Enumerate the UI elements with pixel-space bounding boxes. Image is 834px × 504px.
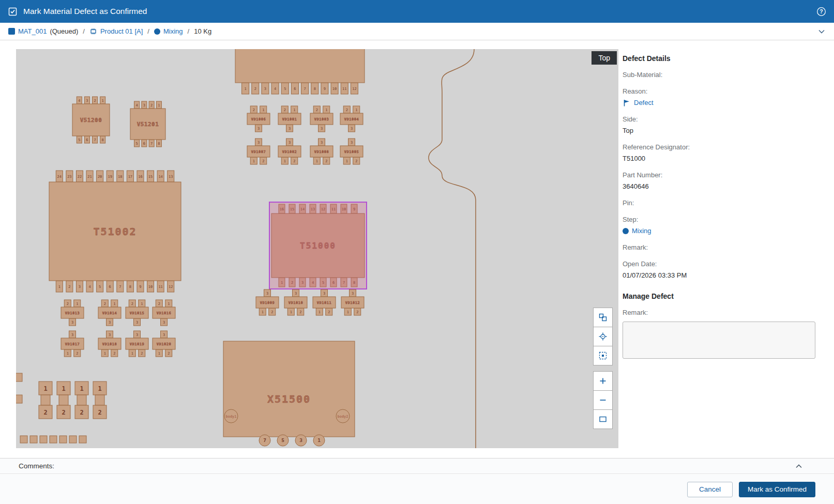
svg-text:3: 3 bbox=[299, 437, 302, 443]
center-defect-button[interactable] bbox=[593, 327, 613, 346]
svg-text:1: 1 bbox=[253, 159, 255, 163]
help-icon: ? bbox=[816, 7, 826, 17]
svg-text:1: 1 bbox=[158, 103, 160, 108]
collapse-header-button[interactable] bbox=[817, 27, 826, 36]
mark-defect-dialog: Mark Material Defect as Confirmed ? MAT_… bbox=[0, 0, 834, 504]
svg-text:1: 1 bbox=[80, 385, 83, 392]
svg-text:2: 2 bbox=[141, 352, 143, 356]
svg-text:11: 11 bbox=[158, 285, 162, 289]
fit-view-button[interactable] bbox=[593, 409, 613, 429]
flag-icon bbox=[623, 99, 631, 107]
reason-link[interactable]: Defect bbox=[634, 99, 654, 107]
svg-text:7: 7 bbox=[304, 87, 306, 91]
svg-text:2: 2 bbox=[104, 302, 106, 306]
svg-text:VD1014: VD1014 bbox=[102, 311, 117, 315]
svg-text:VD1013: VD1013 bbox=[65, 311, 80, 315]
product-link[interactable]: Product 01 [A] bbox=[100, 27, 143, 35]
svg-text:1: 1 bbox=[316, 159, 318, 163]
svg-text:12: 12 bbox=[352, 87, 356, 91]
material-link[interactable]: MAT_001 bbox=[18, 27, 47, 35]
svg-text:6: 6 bbox=[109, 285, 111, 289]
manage-remark-label: Remark: bbox=[623, 309, 815, 317]
select-area-button[interactable] bbox=[593, 346, 613, 365]
remark-label: Remark: bbox=[623, 243, 815, 252]
part-number-value: 3640646 bbox=[623, 182, 815, 191]
cancel-button[interactable]: Cancel bbox=[687, 482, 733, 497]
svg-text:VD1009: VD1009 bbox=[260, 301, 275, 305]
minus-icon bbox=[598, 395, 608, 405]
material-icon bbox=[8, 28, 15, 35]
side-value: Top bbox=[623, 127, 815, 135]
side-label: Side: bbox=[623, 115, 815, 124]
zoom-out-button[interactable] bbox=[593, 390, 613, 410]
svg-text:3: 3 bbox=[71, 320, 73, 325]
svg-text:23: 23 bbox=[67, 175, 71, 179]
manage-remark-input[interactable] bbox=[623, 322, 815, 359]
svg-text:VD1002: VD1002 bbox=[282, 150, 297, 154]
fit-component-button[interactable] bbox=[593, 308, 613, 327]
svg-text:VD1017: VD1017 bbox=[65, 342, 80, 346]
svg-text:8: 8 bbox=[129, 285, 131, 289]
svg-text:4: 4 bbox=[135, 103, 138, 108]
svg-text:1: 1 bbox=[141, 302, 143, 306]
svg-text:1: 1 bbox=[98, 385, 101, 392]
svg-text:3: 3 bbox=[323, 292, 325, 296]
svg-text:17: 17 bbox=[128, 175, 132, 179]
svg-text:2: 2 bbox=[43, 409, 47, 416]
zoom-in-button[interactable] bbox=[593, 371, 613, 391]
breadcrumb-separator: / bbox=[188, 27, 190, 35]
svg-text:1: 1 bbox=[284, 159, 286, 163]
svg-text:X51500: X51500 bbox=[267, 393, 311, 405]
svg-text:4: 4 bbox=[88, 285, 90, 289]
step-value-row: Mixing bbox=[623, 227, 815, 235]
svg-text:9: 9 bbox=[139, 285, 141, 289]
svg-text:VD1020: VD1020 bbox=[157, 342, 171, 346]
svg-text:3: 3 bbox=[86, 99, 88, 103]
mark-as-confirmed-button[interactable]: Mark as Confirmed bbox=[739, 482, 815, 497]
svg-text:T51002: T51002 bbox=[93, 225, 137, 238]
svg-text:8: 8 bbox=[314, 87, 316, 91]
svg-text:1: 1 bbox=[76, 302, 78, 306]
svg-text:3: 3 bbox=[295, 292, 297, 296]
svg-text:18: 18 bbox=[118, 175, 122, 179]
open-date-label: Open Date: bbox=[623, 260, 815, 268]
svg-text:15: 15 bbox=[148, 175, 153, 179]
svg-text:2: 2 bbox=[67, 302, 69, 306]
pcb-canvas[interactable]: 12345678910111243215678V5120043215678V51… bbox=[16, 49, 618, 448]
svg-text:5: 5 bbox=[135, 142, 138, 146]
svg-text:VD1003: VD1003 bbox=[314, 117, 329, 121]
breadcrumb-product: Product 01 [A] bbox=[89, 27, 143, 35]
comments-collapse-button[interactable] bbox=[795, 462, 803, 470]
svg-text:1: 1 bbox=[319, 310, 321, 314]
svg-text:11: 11 bbox=[342, 87, 346, 91]
svg-text:7: 7 bbox=[263, 437, 266, 443]
svg-text:6: 6 bbox=[86, 138, 88, 142]
confirm-defect-icon bbox=[8, 7, 18, 17]
svg-text:3: 3 bbox=[321, 141, 323, 145]
svg-text:1: 1 bbox=[67, 352, 69, 356]
board-viewer[interactable]: 12345678910111243215678V5120043215678V51… bbox=[16, 49, 618, 448]
step-value-link[interactable]: Mixing bbox=[632, 227, 651, 235]
svg-text:1: 1 bbox=[43, 385, 47, 392]
svg-text:VD1015: VD1015 bbox=[130, 311, 144, 315]
svg-text:1: 1 bbox=[104, 352, 106, 356]
svg-text:VD1004: VD1004 bbox=[344, 117, 359, 121]
svg-text:2: 2 bbox=[158, 302, 160, 306]
svg-text:6: 6 bbox=[294, 87, 296, 91]
svg-text:2: 2 bbox=[355, 159, 357, 163]
svg-text:1: 1 bbox=[58, 285, 60, 289]
crosshair-icon bbox=[598, 332, 608, 341]
product-icon bbox=[89, 27, 97, 35]
pin-label: Pin: bbox=[623, 199, 815, 207]
svg-text:9: 9 bbox=[324, 87, 326, 91]
svg-text:3: 3 bbox=[266, 292, 268, 296]
fit-view-icon bbox=[598, 415, 608, 424]
svg-text:1: 1 bbox=[355, 108, 357, 112]
svg-text:1: 1 bbox=[290, 310, 292, 314]
help-button[interactable]: ? bbox=[816, 7, 826, 17]
step-link[interactable]: Mixing bbox=[163, 27, 183, 35]
breadcrumb-separator: / bbox=[147, 27, 149, 35]
svg-text:13: 13 bbox=[169, 175, 173, 179]
svg-text:3: 3 bbox=[136, 320, 138, 325]
svg-text:8: 8 bbox=[102, 138, 104, 142]
